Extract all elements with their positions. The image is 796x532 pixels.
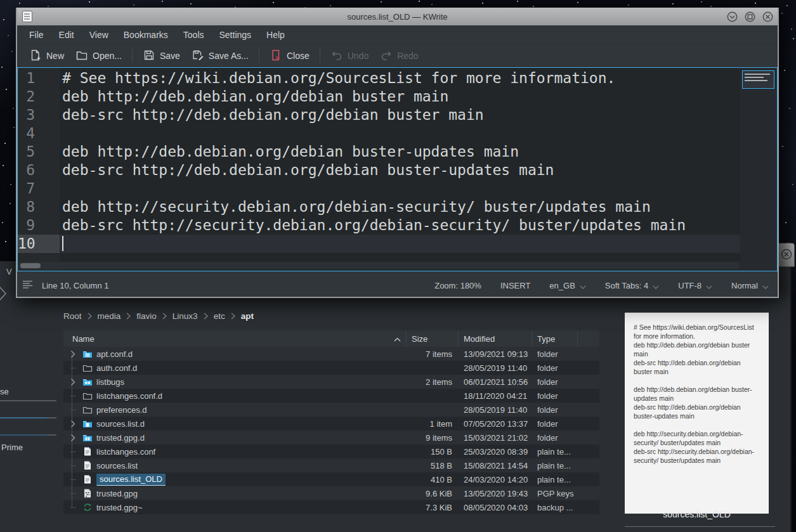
cursor-position[interactable]: Line 10, Column 1 — [42, 281, 109, 290]
chevron-down-icon — [653, 283, 659, 287]
close-document-icon — [270, 49, 282, 63]
table-row[interactable]: apt.conf.d 7 items 13/09/2021 09:13 fold… — [63, 347, 599, 361]
zoom-level[interactable]: Zoom: 180% — [434, 281, 481, 290]
minimize-button[interactable] — [726, 11, 738, 23]
folder-icon — [82, 349, 93, 359]
expander-chevron-icon[interactable] — [66, 350, 80, 358]
table-row[interactable]: listchanges.conf 150 B 25/03/2020 08:39 … — [63, 444, 599, 458]
tree-branch — [66, 493, 80, 494]
maximize-button[interactable] — [744, 11, 756, 23]
kwrite-window: sources.list_OLD — KWrite File Edit View… — [16, 8, 779, 298]
toolbar-separator — [320, 49, 320, 63]
table-row[interactable]: sources.list.d 1 item 07/05/2020 13:37 f… — [63, 417, 599, 431]
tree-branch — [66, 396, 80, 396]
background-fragment-v: V — [6, 267, 12, 276]
table-row[interactable]: sources.list 518 B 15/08/2021 14:54 plai… — [63, 458, 599, 472]
save-as-button[interactable]: Save As... — [186, 46, 254, 66]
backup-file-icon — [82, 502, 93, 512]
chevron-right-icon — [204, 313, 208, 320]
breadcrumb-root[interactable]: Root — [63, 311, 82, 321]
column-header-type[interactable]: Type — [532, 330, 578, 347]
chevron-down-icon — [763, 283, 769, 287]
table-row[interactable]: preferences.d 28/05/2019 11:40 folder — [63, 403, 599, 417]
open-button[interactable]: Open... — [70, 46, 127, 66]
toolbar-separator — [259, 49, 259, 63]
code-line: deb-src http://deb.debian.org/debian bus… — [60, 161, 740, 179]
menu-edit[interactable]: Edit — [52, 27, 81, 42]
breadcrumb-linux3[interactable]: Linux3 — [173, 311, 198, 321]
input-mode[interactable]: INSERT — [500, 281, 530, 290]
menu-bookmarks[interactable]: Bookmarks — [117, 27, 175, 42]
close-button[interactable] — [762, 11, 774, 23]
table-row[interactable]: trusted.gpg.d 9 items 15/03/2021 21:02 f… — [63, 431, 599, 444]
chevron-down-icon — [707, 283, 712, 287]
save-button[interactable]: Save — [137, 46, 186, 66]
breadcrumb-etc[interactable]: etc — [214, 311, 225, 321]
breadcrumb-apt[interactable]: apt — [241, 311, 254, 321]
background-fragment-se: se — [0, 387, 9, 396]
text-file-icon — [82, 474, 93, 484]
expander-chevron-icon[interactable] — [66, 420, 80, 428]
dictionary-selector[interactable]: en_GB — [549, 281, 585, 290]
toolbar: New Open... Save Save As... Close — [17, 44, 778, 67]
text-area[interactable]: # See https://wiki.debian.org/SourcesLis… — [60, 68, 740, 271]
close-document-button[interactable]: Close — [264, 46, 315, 66]
save-icon — [143, 49, 155, 63]
preview-filename: sources.list_OLD — [625, 509, 769, 519]
folder-icon — [82, 377, 93, 387]
preview-panel: # See https://wiki.debian.org/SourcesLis… — [625, 313, 769, 514]
expander-chevron-icon[interactable] — [66, 378, 80, 386]
menu-file[interactable]: File — [22, 27, 51, 42]
folder-icon — [82, 418, 93, 429]
breadcrumb-flavio[interactable]: flavio — [136, 311, 157, 321]
column-header-modified[interactable]: Modified — [459, 330, 532, 347]
highlighting-selector[interactable]: Normal — [731, 281, 769, 290]
breadcrumb-media[interactable]: media — [98, 311, 121, 321]
minimap-visible-region[interactable] — [742, 70, 774, 89]
code-line — [60, 179, 740, 198]
menu-help[interactable]: Help — [259, 27, 292, 42]
menubar: File Edit View Bookmarks Tools Settings … — [17, 25, 778, 44]
code-line: deb-src http://deb.debian.org/debian bus… — [60, 106, 740, 124]
encoding-selector[interactable]: UTF-8 — [678, 281, 712, 290]
tab-mode-selector[interactable]: Soft Tabs: 4 — [605, 281, 659, 290]
chevron-right-icon — [231, 313, 235, 320]
table-row[interactable]: trusted.gpg~ 7.3 KiB 08/05/2020 04:03 ba… — [63, 500, 599, 514]
divider — [625, 526, 775, 527]
table-row-selected[interactable]: sources.list_OLD 410 B 24/03/2020 14:20 … — [63, 472, 599, 486]
text-file-icon — [82, 446, 93, 457]
table-row[interactable]: auth.conf.d 28/05/2019 11:40 folder — [63, 361, 599, 375]
tree-branch — [66, 410, 80, 410]
menu-settings[interactable]: Settings — [212, 27, 259, 42]
table-row[interactable]: trusted.gpg 9.6 KiB 13/05/2020 19:43 PGP… — [63, 486, 599, 500]
filemanager-close-button[interactable] — [778, 243, 795, 267]
tree-branch — [66, 451, 80, 452]
titlebar[interactable]: sources.list_OLD — KWrite — [17, 8, 778, 25]
tree-branch — [66, 479, 80, 480]
table-header: Name Size Modified Type — [63, 330, 599, 347]
folder-empty-icon — [82, 363, 93, 373]
lines-menu-icon[interactable] — [22, 280, 33, 290]
editor[interactable]: 1 2 3 4 5 6 7 8 9 10 # See https://wiki.… — [17, 67, 778, 271]
background-fragment-prime: Prime — [1, 443, 23, 452]
menu-view[interactable]: View — [82, 27, 115, 42]
scrollbar-thumb[interactable] — [20, 263, 41, 268]
code-line — [60, 124, 740, 143]
column-header-size[interactable]: Size — [407, 330, 459, 347]
menu-tools[interactable]: Tools — [176, 27, 211, 42]
column-header-name[interactable]: Name — [63, 330, 407, 347]
new-document-icon — [29, 49, 42, 63]
divider — [0, 400, 56, 401]
new-button[interactable]: New — [23, 46, 70, 66]
expander-chevron-icon[interactable] — [66, 434, 80, 442]
code-line: deb http://deb.debian.org/debian buster … — [60, 88, 740, 106]
tree-branch — [66, 507, 80, 508]
table-row[interactable]: listbugs 2 items 06/01/2021 10:56 folder — [63, 375, 599, 389]
redo-button[interactable]: Redo — [374, 46, 424, 66]
horizontal-scrollbar[interactable] — [18, 262, 740, 269]
scrollbar-minimap-track[interactable] — [740, 68, 777, 271]
undo-button[interactable]: Undo — [325, 46, 374, 66]
desktop: V se Prime Root media flavio Linux3 etc … — [0, 0, 796, 532]
table-row[interactable]: listchanges.conf.d 18/11/2020 04:21 fold… — [63, 389, 599, 403]
statusbar: Line 10, Column 1 Zoom: 180% INSERT en_G… — [17, 275, 778, 296]
